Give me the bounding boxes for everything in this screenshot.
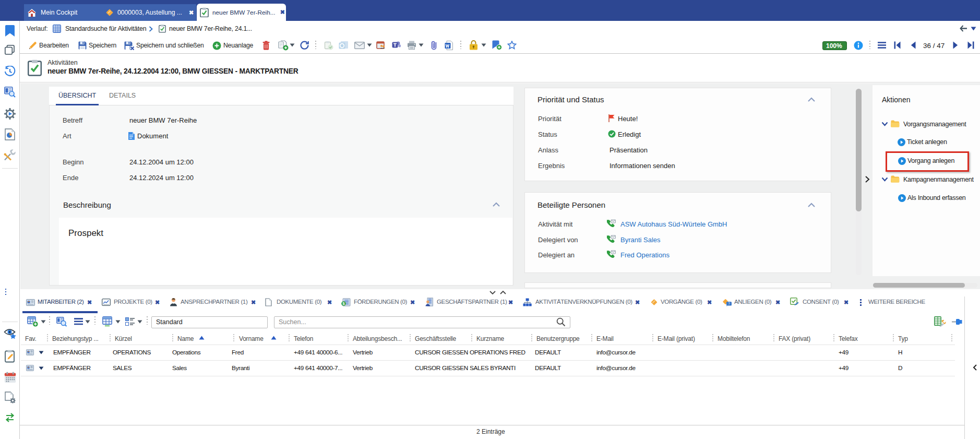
svg-text:?: ?: [728, 302, 730, 305]
svg-text:$: $: [342, 301, 345, 306]
